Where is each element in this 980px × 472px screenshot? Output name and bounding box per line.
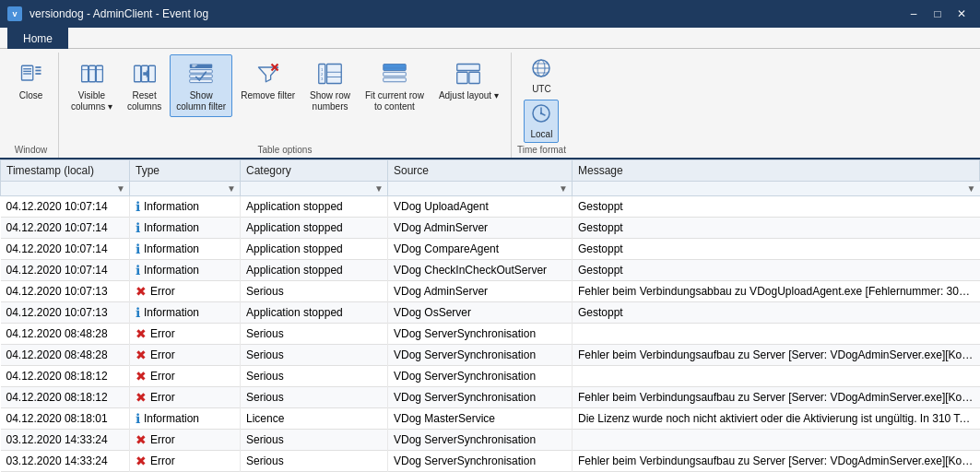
cell-type: ℹInformation	[130, 408, 241, 430]
col-timestamp[interactable]: Timestamp (local)	[1, 160, 130, 182]
svg-rect-8	[89, 65, 95, 82]
app-icon: v	[7, 6, 22, 21]
svg-rect-29	[384, 65, 407, 71]
filter-category-arrow[interactable]: ▼	[374, 183, 384, 194]
cell-source: VDog AdminServer	[388, 218, 573, 239]
close-window-button[interactable]: ✕	[950, 5, 973, 23]
local-button-label: Local	[530, 129, 552, 140]
maximize-button[interactable]: □	[927, 5, 949, 23]
reset-columns-icon	[130, 59, 159, 88]
cell-category: Application stopped	[241, 302, 388, 324]
filter-category[interactable]: ▼	[241, 182, 388, 196]
show-row-numbers-icon: 1 2 3	[315, 59, 345, 88]
cell-timestamp: 04.12.2020 10:07:14	[1, 218, 130, 239]
cell-timestamp: 04.12.2020 10:07:14	[1, 239, 130, 260]
error-icon: ✖	[136, 284, 147, 299]
ribbon-group-time-format: UTC Local Time format	[512, 53, 572, 158]
filter-timestamp-arrow[interactable]: ▼	[116, 183, 125, 194]
col-type[interactable]: Type	[130, 160, 241, 182]
table-row[interactable]: 04.12.2020 08:18:12 ✖Error Serious VDog …	[1, 366, 980, 387]
cell-message	[573, 366, 980, 387]
svg-rect-33	[457, 65, 480, 71]
fit-current-row-button[interactable]: Fit current rowto content	[359, 54, 431, 117]
utc-button[interactable]: UTC	[524, 54, 559, 98]
table-row[interactable]: 03.12.2020 14:33:24 ✖Error Serious VDog …	[1, 451, 980, 472]
cell-timestamp: 04.12.2020 08:18:01	[1, 408, 130, 430]
cell-message: Gestoppt	[573, 196, 980, 218]
svg-rect-7	[81, 65, 88, 82]
error-icon: ✖	[136, 432, 147, 447]
remove-filter-button[interactable]: Remove filter	[234, 54, 301, 106]
remove-filter-label: Remove filter	[241, 90, 295, 101]
window-group-label: Window	[15, 143, 48, 158]
cell-source: VDog OsServer	[388, 302, 573, 324]
filter-type[interactable]: ▼	[130, 182, 241, 196]
cell-timestamp: 03.12.2020 14:33:24	[1, 430, 130, 451]
svg-rect-9	[96, 65, 102, 82]
table-row[interactable]: 04.12.2020 10:07:14 ℹInformation Applica…	[1, 260, 980, 281]
table-row[interactable]: 04.12.2020 10:07:14 ℹInformation Applica…	[1, 218, 980, 239]
col-category[interactable]: Category	[241, 160, 388, 182]
table-row[interactable]: 03.12.2020 14:33:24 ✖Error Serious VDog …	[1, 430, 980, 451]
filter-type-arrow[interactable]: ▼	[227, 183, 236, 194]
adjust-layout-button[interactable]: Adjust layout ▾	[432, 54, 505, 106]
title-bar: v versiondog - AdminClient - Event log –…	[0, 0, 980, 28]
cell-source: VDog ServerSynchronisation	[388, 430, 573, 451]
cell-message: Gestoppt	[573, 302, 980, 324]
table-row[interactable]: 04.12.2020 08:48:28 ✖Error Serious VDog …	[1, 324, 980, 345]
cell-source: VDog CompareAgent	[388, 239, 573, 260]
cell-timestamp: 04.12.2020 10:07:13	[1, 281, 130, 302]
cell-type: ✖Error	[130, 281, 241, 302]
col-source[interactable]: Source	[388, 160, 573, 182]
table-row[interactable]: 04.12.2020 08:18:01 ℹInformation Licence…	[1, 408, 980, 430]
table-row[interactable]: 04.12.2020 10:07:13 ✖Error Serious VDog …	[1, 281, 980, 302]
show-row-numbers-button[interactable]: 1 2 3 Show rownumbers	[303, 54, 357, 117]
cell-type: ✖Error	[130, 430, 241, 451]
filter-source-arrow[interactable]: ▼	[559, 183, 568, 194]
cell-category: Licence	[241, 408, 388, 430]
ribbon: Close Window Visiblecolumns ▾	[0, 49, 980, 159]
minimize-button[interactable]: –	[903, 5, 925, 23]
svg-point-44	[540, 112, 542, 114]
cell-timestamp: 04.12.2020 08:48:28	[1, 324, 130, 345]
fit-current-row-label: Fit current rowto content	[365, 90, 424, 112]
table-row[interactable]: 04.12.2020 10:07:13 ℹInformation Applica…	[1, 302, 980, 324]
cell-category: Serious	[241, 324, 388, 345]
ribbon-group-window: Close Window	[4, 53, 59, 158]
svg-rect-35	[469, 72, 479, 83]
close-button[interactable]: Close	[10, 54, 53, 106]
tab-home[interactable]: Home	[7, 28, 68, 49]
show-column-filter-button[interactable]: Showcolumn filter	[170, 54, 232, 117]
filter-message-arrow[interactable]: ▼	[967, 183, 976, 194]
cell-category: Application stopped	[241, 196, 388, 218]
error-icon: ✖	[136, 348, 147, 362]
ribbon-tabs: Home	[0, 28, 980, 49]
show-column-filter-label: Showcolumn filter	[176, 90, 226, 112]
cell-source: VDog ServerSynchronisation	[388, 451, 573, 472]
error-icon: ✖	[136, 369, 147, 384]
filter-message[interactable]: ▼	[573, 182, 980, 196]
table-row[interactable]: 04.12.2020 08:48:28 ✖Error Serious VDog …	[1, 345, 980, 366]
remove-filter-icon	[254, 59, 283, 88]
cell-source: VDog UploadAgent	[388, 196, 573, 218]
utc-icon	[530, 57, 552, 83]
filter-source[interactable]: ▼	[388, 182, 573, 196]
visible-columns-button[interactable]: Visiblecolumns ▾	[65, 54, 119, 117]
cell-type: ℹInformation	[130, 302, 241, 324]
cell-type: ✖Error	[130, 366, 241, 387]
reset-columns-button[interactable]: Resetcolumns	[121, 54, 168, 117]
event-log-table-container: Timestamp (local) Type Category Source M…	[0, 159, 980, 472]
cell-source: VDog ServerSynchronisation	[388, 324, 573, 345]
cell-category: Serious	[241, 345, 388, 366]
table-row[interactable]: 04.12.2020 10:07:14 ℹInformation Applica…	[1, 239, 980, 260]
table-row[interactable]: 04.12.2020 08:18:12 ✖Error Serious VDog …	[1, 387, 980, 408]
cell-category: Serious	[241, 430, 388, 451]
filter-timestamp[interactable]: ▼	[1, 182, 130, 196]
svg-rect-30	[384, 72, 407, 76]
col-message[interactable]: Message	[573, 160, 980, 182]
fit-current-row-icon	[380, 59, 409, 88]
local-button[interactable]: Local	[524, 100, 559, 143]
cell-message: Fehler beim Verbindungsaufbau zu Server …	[573, 345, 980, 366]
cell-message	[573, 430, 980, 451]
table-row[interactable]: 04.12.2020 10:07:14 ℹInformation Applica…	[1, 196, 980, 218]
